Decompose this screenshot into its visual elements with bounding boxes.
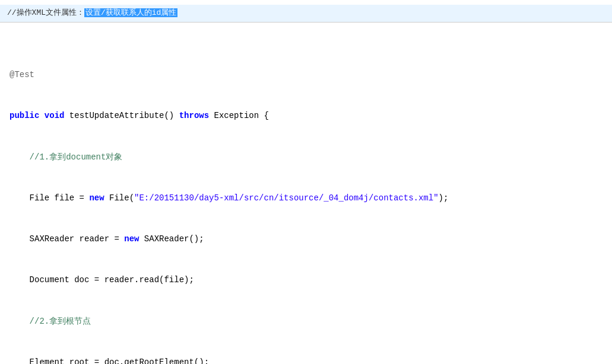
code-window: //操作XML文件属性：设置/获取联系人的id属性 @Test public v… (0, 0, 612, 364)
code-line-comment1: //1.拿到document对象 (9, 151, 603, 164)
code-line-file: File file = new File("E:/20151130/day5-x… (9, 191, 603, 205)
title-bar: //操作XML文件属性：设置/获取联系人的id属性 (0, 5, 612, 23)
code-line-method: public void testUpdateAttribute() throws… (9, 109, 603, 123)
code-area: @Test public void testUpdateAttribute() … (0, 25, 612, 364)
code-line-root: Element root = doc.getRootElement(); (9, 356, 603, 364)
code-line-annotation: @Test (9, 68, 603, 82)
code-line-doc: Document doc = reader.read(file); (9, 273, 603, 287)
title-highlight: 设置/获取联系人的id属性 (84, 8, 177, 17)
code-line-saxreader1: SAXReader reader = new SAXReader(); (9, 232, 603, 246)
code-line-comment2: //2.拿到根节点 (9, 315, 603, 328)
title-prefix: //操作XML文件属性： (7, 8, 84, 17)
